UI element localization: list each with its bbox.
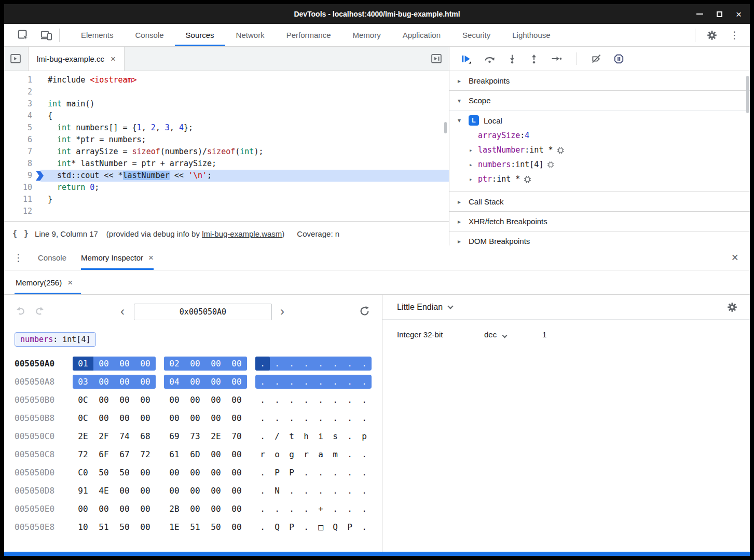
memory-byte[interactable]: 00 xyxy=(185,375,205,389)
ascii-char[interactable]: . xyxy=(357,502,372,516)
xhr-breakpoints-section[interactable]: ▸ XHR/fetch Breakpoints xyxy=(449,211,750,231)
minimize-icon[interactable] xyxy=(696,13,703,15)
ascii-char[interactable]: . xyxy=(328,484,342,498)
memory-byte[interactable]: 00 xyxy=(93,411,114,425)
ascii-char[interactable]: s xyxy=(328,429,342,443)
ascii-char[interactable]: N xyxy=(270,484,284,498)
ascii-char[interactable]: . xyxy=(342,393,357,407)
line-number[interactable]: 7 xyxy=(4,146,40,158)
memory-chip-icon[interactable] xyxy=(557,146,565,154)
ascii-char[interactable]: . xyxy=(357,520,372,534)
memory-byte[interactable]: 50 xyxy=(114,520,135,534)
memory-byte[interactable]: 00 xyxy=(185,357,205,371)
resume-script-icon[interactable] xyxy=(461,54,472,64)
memory-byte[interactable]: 00 xyxy=(185,393,205,407)
ascii-char[interactable]: . xyxy=(357,411,372,425)
line-number[interactable]: 10 xyxy=(4,182,40,194)
memory-byte[interactable]: 2E xyxy=(205,429,226,443)
ascii-char[interactable]: . xyxy=(270,411,284,425)
ascii-char[interactable]: p xyxy=(357,429,372,443)
memory-byte[interactable]: 0C xyxy=(73,411,93,425)
close-memory-tab-icon[interactable]: × xyxy=(67,278,73,287)
line-number[interactable]: 4 xyxy=(4,110,40,122)
ascii-char[interactable]: . xyxy=(255,502,270,516)
memory-byte[interactable]: 04 xyxy=(164,375,185,389)
disclosure-triangle-icon[interactable]: ▸ xyxy=(458,77,464,85)
toggle-debugger-sidebar-icon[interactable] xyxy=(431,54,442,63)
memory-byte[interactable]: 00 xyxy=(226,447,247,461)
ascii-char[interactable]: . xyxy=(328,357,342,371)
memory-byte[interactable]: 00 xyxy=(185,466,205,480)
memory-byte[interactable]: 00 xyxy=(135,357,156,371)
ascii-char[interactable]: . xyxy=(299,484,313,498)
ascii-char[interactable]: . xyxy=(299,411,313,425)
memory-byte[interactable]: 00 xyxy=(226,393,247,407)
ascii-char[interactable]: P xyxy=(284,520,299,534)
wasm-file-link[interactable]: lmi-bug-example.wasm xyxy=(202,229,282,238)
step-out-icon[interactable] xyxy=(529,54,539,64)
ascii-char[interactable]: . xyxy=(255,357,270,371)
memory-byte[interactable]: 67 xyxy=(114,447,135,461)
memory-byte[interactable]: 00 xyxy=(226,411,247,425)
previous-page-icon[interactable]: ‹ xyxy=(120,303,125,320)
ascii-char[interactable]: . xyxy=(357,466,372,480)
tab-memory-256[interactable]: Memory(256) × xyxy=(15,270,81,294)
ascii-char[interactable]: . xyxy=(342,484,357,498)
memory-byte[interactable]: 00 xyxy=(164,393,185,407)
ascii-char[interactable]: r xyxy=(255,447,270,461)
maximize-icon[interactable] xyxy=(717,11,722,17)
memory-byte[interactable]: 00 xyxy=(226,520,247,534)
tab-console[interactable]: Console xyxy=(38,245,66,270)
memory-byte[interactable]: 00 xyxy=(164,466,185,480)
ascii-char[interactable]: . xyxy=(328,466,342,480)
memory-byte[interactable]: 00 xyxy=(93,393,114,407)
deactivate-breakpoints-icon[interactable] xyxy=(592,54,601,64)
memory-byte[interactable]: 00 xyxy=(114,393,135,407)
format-dropdown[interactable]: dec xyxy=(484,330,527,339)
memory-byte[interactable]: 00 xyxy=(226,375,247,389)
ascii-char[interactable]: . xyxy=(270,502,284,516)
disclosure-triangle-icon[interactable]: ▸ xyxy=(458,198,464,206)
device-toolbar-icon[interactable] xyxy=(40,30,52,40)
ascii-char[interactable]: . xyxy=(255,429,270,443)
ascii-char[interactable]: . xyxy=(357,375,372,389)
more-options-icon[interactable]: ⋮ xyxy=(726,29,743,41)
close-window-icon[interactable]: × xyxy=(736,9,742,19)
memory-byte[interactable]: 00 xyxy=(135,466,156,480)
memory-byte[interactable]: 73 xyxy=(185,429,205,443)
inspect-element-icon[interactable] xyxy=(18,30,29,41)
ascii-char[interactable]: . xyxy=(284,357,299,371)
line-number[interactable]: 8 xyxy=(4,158,40,170)
memory-byte[interactable]: 61 xyxy=(164,447,185,461)
ascii-char[interactable]: . xyxy=(342,447,357,461)
memory-byte[interactable]: 00 xyxy=(114,502,135,516)
tab-network[interactable]: Network xyxy=(225,24,276,46)
memory-byte[interactable]: 00 xyxy=(185,411,205,425)
address-input[interactable] xyxy=(134,304,272,320)
scope-variable[interactable]: arraySize: 4 xyxy=(449,128,750,143)
memory-byte[interactable]: 00 xyxy=(73,502,93,516)
tab-elements[interactable]: Elements xyxy=(70,24,125,46)
ascii-char[interactable]: . xyxy=(357,484,372,498)
memory-byte[interactable]: 00 xyxy=(226,484,247,498)
ascii-char[interactable]: . xyxy=(328,411,342,425)
tab-sources[interactable]: Sources xyxy=(175,24,225,46)
tab-lighthouse[interactable]: Lighthouse xyxy=(501,24,561,46)
memory-byte[interactable]: 0C xyxy=(73,393,93,407)
endianness-dropdown[interactable]: Little Endian xyxy=(397,303,443,312)
memory-byte[interactable]: 50 xyxy=(93,466,114,480)
scope-section[interactable]: ▾ Scope xyxy=(449,91,750,111)
memory-byte[interactable]: 00 xyxy=(205,466,226,480)
memory-byte[interactable]: 69 xyxy=(164,429,185,443)
ascii-char[interactable]: . xyxy=(328,393,342,407)
memory-byte[interactable]: 2E xyxy=(73,429,93,443)
ascii-char[interactable]: m xyxy=(328,447,342,461)
memory-byte[interactable]: 00 xyxy=(226,357,247,371)
memory-byte[interactable]: 00 xyxy=(205,411,226,425)
memory-byte[interactable]: 2B xyxy=(164,502,185,516)
ascii-char[interactable]: . xyxy=(357,393,372,407)
memory-byte[interactable]: C0 xyxy=(73,466,93,480)
memory-byte[interactable]: 00 xyxy=(205,447,226,461)
ascii-char[interactable]: . xyxy=(284,484,299,498)
ascii-char[interactable]: . xyxy=(284,502,299,516)
